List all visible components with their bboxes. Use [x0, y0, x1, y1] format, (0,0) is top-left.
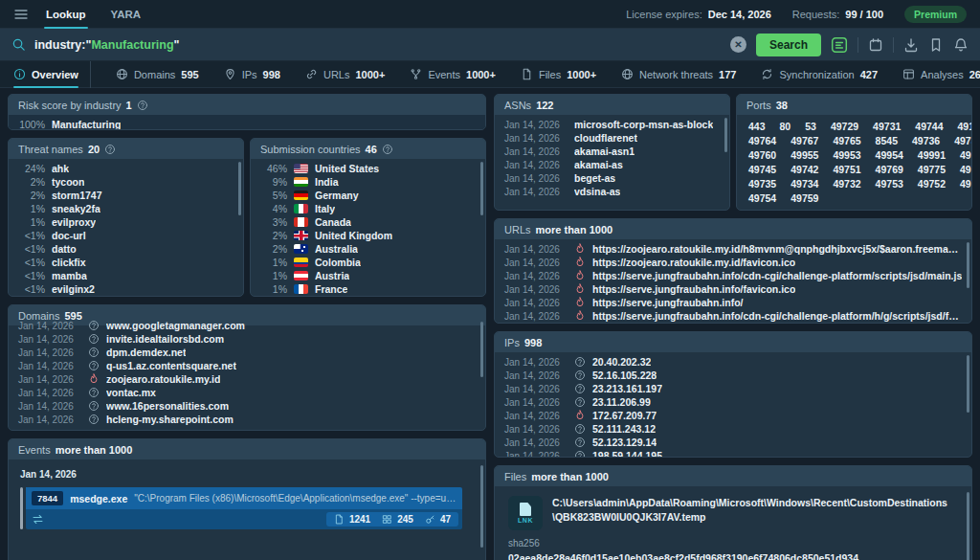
- list-item[interactable]: 2%storm1747: [18, 189, 235, 202]
- bookmark-icon[interactable]: [928, 37, 944, 53]
- tab-urls[interactable]: URLs1000+: [305, 61, 385, 88]
- port-value[interactable]: 49742: [791, 164, 818, 175]
- list-item[interactable]: Jan 14, 2026beget-as: [504, 171, 722, 185]
- tab-domains[interactable]: Domains595: [116, 61, 199, 88]
- list-item[interactable]: Jan 14, 2026microsoft-corp-msn-as-block: [504, 118, 722, 131]
- search-button[interactable]: Search: [756, 34, 821, 56]
- list-item[interactable]: Jan 14, 2026q-us1.az.contentsquare.net: [18, 359, 478, 372]
- port-value[interactable]: 49753: [876, 178, 903, 190]
- menu-icon[interactable]: [13, 7, 29, 22]
- help-icon[interactable]: [137, 100, 148, 111]
- port-value[interactable]: 49744: [915, 121, 943, 132]
- port-value[interactable]: 49990: [960, 149, 971, 161]
- list-item[interactable]: Jan 14, 2026https://serve.jungfraubahn.i…: [504, 282, 964, 296]
- list-item[interactable]: Jan 14, 2026https://zoojearo.ratoukile.m…: [504, 242, 964, 256]
- port-value[interactable]: 49729: [831, 121, 858, 132]
- port-value[interactable]: 49759: [791, 192, 818, 204]
- list-item[interactable]: 2%United Kingdom: [260, 229, 478, 242]
- tab-lookup[interactable]: Lookup: [44, 0, 88, 29]
- query-templates-icon[interactable]: [831, 36, 848, 54]
- tab-ips[interactable]: IPs998: [224, 61, 280, 88]
- list-item[interactable]: Jan 14, 2026vontac.mx: [18, 386, 478, 399]
- port-value[interactable]: 49991: [918, 149, 946, 161]
- calendar-icon[interactable]: [868, 37, 883, 53]
- port-value[interactable]: 49732: [833, 178, 860, 190]
- port-value[interactable]: 49775: [918, 164, 946, 175]
- notifications-bell-icon[interactable]: [953, 37, 969, 53]
- tab-synchronization[interactable]: Synchronization427: [761, 61, 878, 88]
- list-item[interactable]: Jan 14, 202652.16.105.228: [504, 369, 964, 382]
- list-item[interactable]: Jan 14, 202652.111.243.12: [504, 422, 964, 436]
- list-item[interactable]: Jan 14, 2026cloudflarenet: [504, 131, 722, 145]
- port-value[interactable]: 49761: [960, 178, 971, 190]
- list-item[interactable]: Jan 14, 2026198.59.144.195: [504, 449, 964, 457]
- scrollbar[interactable]: [480, 162, 483, 215]
- port-value[interactable]: 49765: [833, 135, 860, 146]
- process-card[interactable]: 7844 msedge.exe "C:\Program Files (x86)\…: [20, 487, 462, 529]
- list-item[interactable]: 1%Colombia: [260, 256, 478, 269]
- list-item[interactable]: 1%sneaky2fa: [18, 202, 235, 215]
- list-item[interactable]: 2%tycoon: [18, 175, 235, 189]
- list-item[interactable]: <1%evilginx2: [18, 282, 235, 296]
- port-value[interactable]: 53: [805, 121, 816, 132]
- list-item[interactable]: Jan 14, 202652.123.129.14: [504, 436, 964, 449]
- port-value[interactable]: 443: [748, 121, 766, 132]
- port-value[interactable]: 49769: [876, 164, 903, 175]
- tab-overview[interactable]: Overview: [13, 61, 91, 88]
- port-value[interactable]: 49767: [791, 135, 818, 146]
- port-value[interactable]: 49176: [958, 121, 971, 132]
- port-value[interactable]: 49797: [960, 164, 971, 175]
- list-item[interactable]: 1%evilproxy: [18, 215, 235, 229]
- list-item[interactable]: Jan 14, 2026zoojearo.ratoukile.my.id: [18, 372, 478, 386]
- list-item[interactable]: Jan 14, 2026https://serve.jungfraubahn.i…: [504, 309, 964, 323]
- scrollbar[interactable]: [724, 118, 727, 152]
- port-value[interactable]: 49953: [833, 149, 860, 161]
- help-icon[interactable]: [104, 144, 116, 155]
- port-value[interactable]: 49954: [876, 149, 903, 161]
- list-item[interactable]: Jan 14, 2026dpm.demdex.net: [18, 346, 478, 359]
- port-value[interactable]: 49752: [918, 178, 946, 190]
- list-item[interactable]: <1%doc-url: [18, 229, 235, 242]
- port-value[interactable]: 49754: [748, 192, 776, 204]
- list-item[interactable]: 3%Canada: [260, 215, 478, 229]
- clear-search-button[interactable]: ✕: [730, 36, 746, 53]
- list-item[interactable]: 2%Australia: [260, 242, 478, 256]
- search-input[interactable]: industry:"Manufacturing": [34, 38, 179, 52]
- list-item[interactable]: Jan 14, 202623.11.206.99: [504, 395, 964, 409]
- port-value[interactable]: 49764: [748, 135, 776, 146]
- list-item[interactable]: <1%datto: [18, 242, 235, 256]
- list-item[interactable]: 5%Germany: [260, 189, 478, 202]
- help-icon[interactable]: [382, 144, 393, 155]
- port-value[interactable]: 49735: [748, 178, 776, 190]
- list-item[interactable]: Jan 14, 2026akamai-asn1: [504, 145, 722, 158]
- list-item[interactable]: Jan 14, 2026172.67.209.77: [504, 409, 964, 422]
- tab-network-threats[interactable]: Network threats177: [621, 61, 736, 88]
- port-value[interactable]: 49745: [748, 164, 776, 175]
- list-item[interactable]: 4%Italy: [260, 202, 478, 215]
- list-item[interactable]: 24%ahk: [18, 162, 235, 175]
- tab-analyses[interactable]: Analyses26775: [902, 61, 980, 88]
- scrollbar[interactable]: [967, 242, 969, 288]
- scrollbar[interactable]: [238, 162, 241, 215]
- list-item[interactable]: 1%Austria: [260, 269, 478, 282]
- list-item[interactable]: Jan 14, 2026akamai-as: [504, 158, 722, 171]
- port-value[interactable]: 49731: [873, 121, 901, 132]
- port-value[interactable]: 8545: [876, 135, 898, 146]
- list-item[interactable]: 9%India: [260, 175, 478, 189]
- list-item[interactable]: Jan 14, 2026vdsina-as: [504, 185, 722, 198]
- list-item[interactable]: Jan 14, 2026https://zoojearo.ratoukile.m…: [504, 256, 964, 269]
- port-value[interactable]: 80: [780, 121, 791, 132]
- port-value[interactable]: 49737: [954, 135, 971, 146]
- scrollbar[interactable]: [480, 465, 483, 548]
- list-item[interactable]: Jan 14, 2026https://serve.jungfraubahn.i…: [504, 269, 964, 282]
- list-item[interactable]: <1%clickfix: [18, 256, 235, 269]
- hash-value[interactable]: 02aea8de28a46f0d15ae10eb03ae8cf2d5fd968f…: [508, 552, 958, 560]
- download-icon[interactable]: [903, 37, 919, 53]
- list-item[interactable]: Jan 14, 2026invite.idealtailorsbd.com: [18, 332, 478, 346]
- tab-events[interactable]: Events1000+: [410, 61, 496, 88]
- port-value[interactable]: 49760: [748, 149, 776, 161]
- list-item[interactable]: Jan 14, 2026hcleng-my.sharepoint.com: [18, 413, 478, 426]
- list-item[interactable]: Jan 14, 202623.213.161.197: [504, 382, 964, 395]
- list-item[interactable]: <1%mamba: [18, 269, 235, 282]
- port-value[interactable]: 49955: [791, 149, 818, 161]
